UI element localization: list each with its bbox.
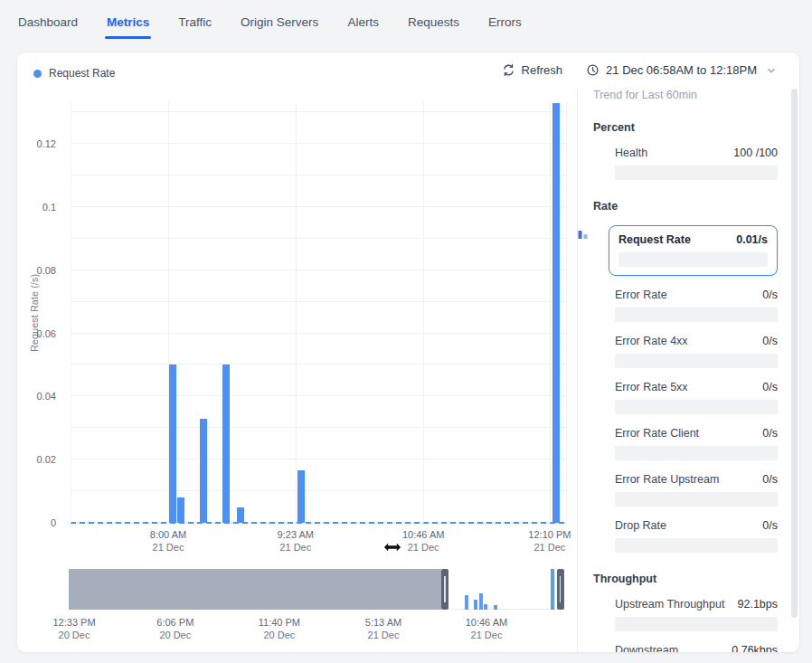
bar-chart-icon (577, 228, 590, 241)
metric-value: 0/s (762, 519, 778, 532)
clock-icon (586, 63, 600, 77)
metric-error-rate-5xx[interactable]: Error Rate 5xx0/s (615, 381, 778, 414)
y-tick-label: 0 (20, 517, 56, 528)
metric-label: Error Rate Client (615, 427, 699, 440)
legend-request-rate[interactable]: Request Rate (33, 67, 115, 80)
metric-sparkline (615, 492, 778, 507)
metric-label: Health (615, 147, 647, 159)
request-rate-chart[interactable] (71, 102, 566, 523)
tab-errors[interactable]: Errors (486, 2, 524, 43)
metric-value: 0/s (762, 427, 778, 440)
metric-value: 100 /100 (733, 147, 778, 159)
metric-sparkline (615, 308, 778, 322)
x-tick-label: 9:23 AM21 Dec (278, 528, 314, 554)
metric-drop-rate[interactable]: Drop Rate0/s (615, 519, 778, 553)
date-range-picker[interactable]: 21 Dec 06:58AM to 12:18PM (586, 63, 778, 77)
baseline-activity (71, 522, 566, 524)
metric-upstream-throughput[interactable]: Upstream Throughput92.1bps (615, 598, 778, 631)
brush-tick-label: 11:40 PM20 Dec (259, 616, 300, 641)
brush-handle-right[interactable] (557, 569, 564, 610)
metric-sparkline (618, 252, 768, 267)
metric-health[interactable]: Health100 /100 (615, 147, 778, 180)
h-gridline (71, 270, 566, 270)
h-gridline (71, 301, 566, 302)
metric-request-rate[interactable]: Request Rate0.01/s (609, 225, 778, 276)
metric-value: 0.01/s (736, 233, 768, 246)
v-gridline (71, 102, 71, 523)
trend-title: Trend for Last 60min (593, 89, 778, 101)
h-gridline (71, 238, 566, 239)
metric-downstream-throughput[interactable]: Downstream Throughput0.76kbps (615, 644, 778, 653)
tab-origin-servers[interactable]: Origin Servers (239, 2, 320, 43)
trend-sidebar: Trend for Last 60min PercentHealth100 /1… (593, 89, 778, 653)
tab-metrics[interactable]: Metrics (105, 2, 151, 43)
refresh-icon (502, 63, 515, 77)
brush-tick-label: 5:13 AM21 Dec (365, 616, 401, 641)
metric-label: Downstream Throughput (615, 644, 732, 653)
brush-tick-label: 10:46 AM21 Dec (466, 616, 507, 641)
metric-error-rate-client[interactable]: Error Rate Client0/s (615, 427, 778, 460)
y-axis-ticks: 00.020.040.060.080.10.12 (17, 102, 64, 523)
brush-bar (551, 569, 554, 610)
bar-1214pm[interactable] (552, 103, 560, 523)
brush-unselected-overlay (69, 569, 441, 610)
metric-sparkline (615, 354, 778, 368)
bar-847am[interactable] (237, 507, 244, 523)
legend-label: Request Rate (49, 67, 115, 80)
metric-label: Error Rate Upstream (615, 473, 719, 486)
metric-error-rate[interactable]: Error Rate0/s (615, 289, 778, 322)
brush-mini-chart[interactable] (69, 569, 564, 610)
sidebar-scrollbar[interactable] (791, 89, 798, 618)
chevron-down-icon (765, 64, 778, 77)
brush-bar (484, 604, 487, 610)
metric-sparkline (615, 538, 778, 553)
metric-value: 92.1bps (738, 598, 778, 611)
metric-label: Request Rate (618, 233, 691, 246)
bar-803am[interactable] (169, 365, 176, 523)
refresh-button[interactable]: Refresh (502, 63, 563, 77)
h-gridline (71, 206, 566, 207)
y-tick-label: 0.02 (20, 454, 56, 465)
h-gridline (71, 364, 566, 365)
section-title-percent: Percent (593, 121, 778, 134)
h-gridline (71, 143, 566, 144)
metric-error-rate-4xx[interactable]: Error Rate 4xx0/s (615, 335, 778, 368)
x-tick-label: 12:10 PM21 Dec (528, 528, 571, 554)
h-gridline (71, 395, 566, 396)
metric-value: 0/s (762, 335, 778, 347)
brush-bar (494, 605, 497, 610)
h-gridline (71, 333, 566, 334)
y-tick-label: 0.08 (20, 265, 56, 276)
bar-808am[interactable] (177, 497, 184, 523)
metric-label: Drop Rate (615, 519, 666, 532)
y-tick-label: 0.06 (20, 328, 56, 339)
tab-requests[interactable]: Requests (406, 2, 461, 43)
brush-bar (474, 600, 477, 610)
h-gridline (71, 459, 566, 459)
brush-bar (479, 593, 483, 610)
legend-dot-icon (33, 70, 42, 78)
tab-alerts[interactable]: Alerts (345, 2, 381, 43)
bar-838am[interactable] (222, 365, 230, 523)
chart-controls: Refresh 21 Dec 06:58AM to 12:18PM (502, 63, 778, 77)
metrics-panel: Request Rate Refresh 21 Dec 06:58AM to 1… (16, 52, 800, 653)
v-gridline (423, 102, 424, 523)
metric-label: Error Rate (615, 289, 667, 301)
tab-traffic[interactable]: Traffic (176, 2, 213, 43)
tab-dashboard[interactable]: Dashboard (16, 2, 80, 43)
metric-sparkline (615, 617, 778, 631)
y-tick-label: 0.04 (20, 391, 56, 402)
brush-tick-label: 6:06 PM20 Dec (156, 616, 194, 641)
brush-handle-left[interactable] (441, 569, 448, 610)
date-range-label: 21 Dec 06:58AM to 12:18PM (606, 63, 757, 77)
bar-823am[interactable] (200, 419, 207, 523)
refresh-label: Refresh (522, 63, 563, 77)
metric-sparkline (615, 166, 778, 180)
x-tick-label: 8:00 AM21 Dec (150, 528, 186, 554)
bar-927am[interactable] (297, 470, 305, 523)
brush-tick-label: 12:33 PM20 Dec (52, 616, 95, 641)
h-gridline (71, 490, 566, 491)
metric-value: 0.76kbps (732, 644, 778, 653)
x-axis-ticks: 8:00 AM21 Dec9:23 AM21 Dec10:46 AM21 Dec… (71, 528, 566, 555)
metric-error-rate-upstream[interactable]: Error Rate Upstream0/s (615, 473, 778, 507)
